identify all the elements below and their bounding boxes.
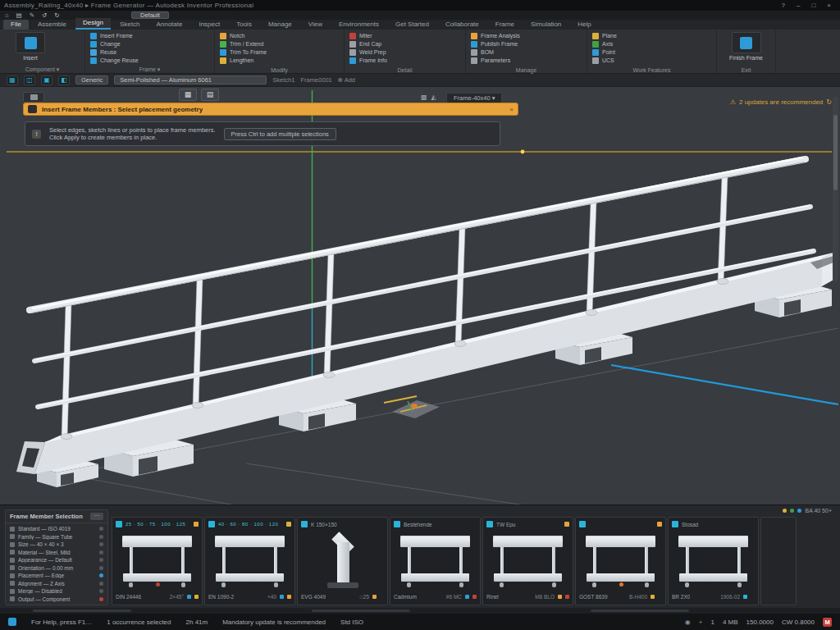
quick-access-icon[interactable]: ↺	[42, 11, 47, 20]
list-item[interactable]: Material — Steel, Mild	[6, 549, 107, 557]
publish-frame-button[interactable]: Publish Frame	[471, 40, 520, 48]
panel-label-component[interactable]: Component ▾	[0, 66, 84, 73]
minimize-button[interactable]: –	[797, 0, 800, 11]
ribbon-tab[interactable]: Sketch	[112, 20, 147, 30]
help-button[interactable]: ?	[782, 0, 785, 11]
quick-access-icon[interactable]: ↻	[54, 11, 59, 20]
frame-preset-card[interactable]: 25 · 50 · 75 · 100 · 125 DIN 24446 2×45°	[112, 517, 203, 605]
maximize-button[interactable]: □	[811, 0, 815, 11]
selection-point[interactable]	[521, 150, 525, 154]
ribbon-tab[interactable]: Tools	[229, 20, 259, 30]
list-item[interactable]: Output — Component	[6, 596, 107, 604]
finish-frame-button[interactable]: Finish Frame	[722, 32, 770, 65]
weld-prep-button[interactable]: Weld Prep	[349, 48, 387, 56]
parameters-button[interactable]: Parameters	[471, 57, 520, 64]
ribbon-tab[interactable]: Help	[570, 20, 598, 30]
ucs-button[interactable]: UCS	[592, 57, 617, 64]
banner-close-icon[interactable]: ×	[509, 106, 514, 113]
view-mode-icon-1[interactable]: ▦	[7, 75, 18, 85]
bottom-panel-scrollbar[interactable]	[0, 608, 840, 614]
list-menu-button[interactable]: ⋯	[90, 513, 103, 520]
work-plane-button[interactable]: Plane	[592, 32, 617, 39]
browser-toggle[interactable]	[23, 92, 44, 103]
3d-viewport-canvas[interactable]	[0, 87, 840, 504]
view-mode-icon-4[interactable]: ◧	[58, 75, 70, 85]
origin-triad[interactable]	[384, 396, 440, 418]
work-axis-button[interactable]: Axis	[592, 40, 617, 48]
snap-icon[interactable]: ◉	[685, 619, 691, 626]
image-view-button[interactable]: ▦	[179, 89, 197, 101]
change-reuse-button[interactable]: Change Reuse	[90, 57, 139, 64]
lengthen-button[interactable]: Lengthen	[220, 57, 267, 64]
add-label[interactable]: ⊕ Add	[338, 76, 355, 84]
end-cap-button[interactable]: End Cap	[349, 40, 387, 48]
view-mode-icon-2[interactable]: ◫	[24, 75, 35, 85]
list-item[interactable]: Alignment — Z Axis	[6, 580, 107, 588]
change-button[interactable]: Change	[90, 40, 139, 48]
ribbon-tab[interactable]: Assemble	[30, 20, 74, 30]
work-point-button[interactable]: Point	[592, 48, 617, 56]
list-item[interactable]: Appearance — Default	[6, 556, 107, 564]
bom-button[interactable]: BOM	[471, 48, 520, 56]
viewport-scrollbar[interactable]	[833, 97, 838, 281]
work-plane-edge-2	[246, 463, 558, 504]
frame-preset-card[interactable]: 40 · 60 · 80 · 100 · 120 EN 1090-2 +40	[204, 517, 295, 605]
work-axis-blue[interactable]	[611, 365, 838, 404]
status-cw-value: CW 0.8000	[782, 619, 815, 626]
material-dropdown[interactable]: Default	[131, 11, 169, 19]
reuse-button[interactable]: Reuse	[90, 48, 139, 56]
ribbon-tab[interactable]: File	[3, 20, 29, 30]
frame-analysis-button[interactable]: Frame Analysis	[471, 32, 520, 39]
ribbon-tab[interactable]: Design	[75, 18, 111, 30]
viewport-scrollbar-thumb[interactable]	[833, 115, 838, 190]
grid-icon[interactable]: ▩	[421, 94, 427, 102]
status-app-icon	[8, 618, 16, 626]
list-item[interactable]: Standard — ISO 4019	[6, 525, 107, 533]
frame-preset-card[interactable]: Stosad BR 2X0 1906-02	[668, 517, 759, 605]
list-item[interactable]: Orientation — 0.00 mm	[6, 564, 107, 573]
scene-icon[interactable]: ◭	[431, 94, 436, 102]
panel-label-exit[interactable]: Exit	[717, 67, 775, 73]
list-item[interactable]: Family — Square Tube	[6, 533, 107, 541]
panel-label-manage[interactable]: Manage	[466, 67, 587, 73]
quick-access-icon[interactable]: ▤	[16, 11, 22, 20]
list-item[interactable]: Placement — Edge	[6, 572, 107, 580]
panel-label-detail[interactable]: Detail	[345, 67, 465, 73]
list-item[interactable]: Merge — Disabled	[6, 587, 107, 596]
ribbon-tab[interactable]: Get Started	[388, 20, 436, 30]
refresh-icon[interactable]: ↻	[826, 98, 832, 106]
trim-to-frame-button[interactable]: Trim To Frame	[220, 48, 267, 56]
list-item[interactable]: Size — 40 × 40 × 3	[6, 541, 107, 549]
ribbon-tab[interactable]: Collaborate	[438, 20, 486, 30]
miter-button[interactable]: Miter	[349, 32, 387, 39]
frame-preset-card[interactable]: GOST 8639 B-H400	[575, 517, 666, 605]
ribbon-tab[interactable]: Frame	[488, 20, 522, 30]
frame-info-button[interactable]: Frame Info	[349, 57, 387, 64]
appearance-dropdown[interactable]: Semi-Polished — Aluminum 6061	[114, 75, 267, 84]
frame-preset-card[interactable]: Bestehende Cadmium #6 MC	[390, 517, 481, 605]
quick-access-icon[interactable]: ⌂	[5, 11, 9, 20]
panel-label-frame[interactable]: Frame ▾	[85, 66, 214, 73]
frame-preset-card[interactable]: K 150×150 EVG 4049 □25	[297, 517, 388, 605]
ribbon-tab[interactable]: Simulation	[523, 20, 568, 30]
view-mode-icon-3[interactable]: ▣	[41, 75, 52, 85]
trim-extend-button[interactable]: Trim / Extend	[220, 40, 267, 48]
ribbon-tab[interactable]: Annotate	[148, 20, 189, 30]
insert-component-button[interactable]: Insert	[5, 32, 56, 65]
precision-icon[interactable]: +	[699, 619, 703, 626]
panel-label-work-features[interactable]: Work Features	[587, 67, 716, 73]
quick-access-icon[interactable]: ✎	[30, 11, 34, 20]
insert-frame-button[interactable]: Insert Frame	[90, 32, 139, 39]
notch-button[interactable]: Notch	[220, 32, 267, 39]
ribbon-tab[interactable]: View	[301, 20, 330, 30]
style-dropdown[interactable]: Generic	[75, 75, 108, 84]
ribbon-tab[interactable]: Inspect	[191, 20, 227, 30]
panel-label-modify[interactable]: Modify	[215, 67, 344, 73]
close-button[interactable]: ×	[827, 0, 831, 11]
frame-preset-card[interactable]	[760, 517, 797, 605]
ribbon-tab[interactable]: Manage	[261, 20, 299, 30]
update-notice[interactable]: ⚠ 2 updates are recommended ↻	[730, 98, 832, 106]
notes-view-button[interactable]: ▤	[201, 89, 219, 101]
ribbon-tab[interactable]: Environments	[331, 20, 386, 30]
frame-preset-card[interactable]: TW Epu Rinel M8 BLO	[482, 517, 573, 605]
